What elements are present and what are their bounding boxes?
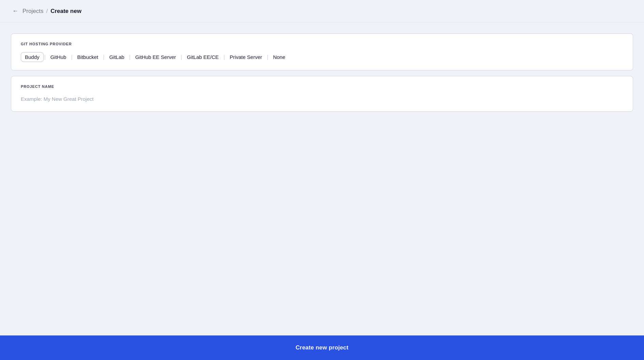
provider-item: GitHub EE Server| xyxy=(131,52,183,62)
provider-separator: | xyxy=(181,54,182,60)
provider-item: GitLab EE/CE| xyxy=(183,52,226,62)
provider-list: Buddy|GitHub|Bitbucket|GitLab|GitHub EE … xyxy=(21,52,623,62)
provider-item: GitLab| xyxy=(105,52,131,62)
provider-item: Bitbucket| xyxy=(73,52,105,62)
page-header: ← Projects / Create new xyxy=(0,0,644,22)
breadcrumb-current: Create new xyxy=(50,8,81,15)
provider-btn-none[interactable]: None xyxy=(269,52,289,62)
provider-separator: | xyxy=(267,54,268,60)
page-footer: Create new project xyxy=(0,335,644,360)
create-project-button[interactable]: Create new project xyxy=(0,335,644,360)
project-name-input[interactable] xyxy=(21,95,623,103)
provider-btn-gitlab-ee[interactable]: GitLab EE/CE xyxy=(183,52,223,62)
main-content: GIT HOSTING PROVIDER Buddy|GitHub|Bitbuc… xyxy=(0,22,644,335)
git-hosting-label: GIT HOSTING PROVIDER xyxy=(21,42,623,46)
provider-item: GitHub| xyxy=(46,52,73,62)
provider-separator: | xyxy=(71,54,72,60)
project-name-card: PROJECT NAME xyxy=(11,76,633,112)
provider-btn-private-server[interactable]: Private Server xyxy=(226,52,266,62)
provider-separator: | xyxy=(129,54,131,60)
breadcrumb: Projects / Create new xyxy=(23,8,81,15)
provider-btn-github-ee[interactable]: GitHub EE Server xyxy=(131,52,180,62)
provider-item: Private Server| xyxy=(226,52,269,62)
git-hosting-card: GIT HOSTING PROVIDER Buddy|GitHub|Bitbuc… xyxy=(11,33,633,71)
provider-separator: | xyxy=(44,54,46,60)
breadcrumb-parent[interactable]: Projects xyxy=(23,8,43,15)
provider-item: Buddy| xyxy=(21,52,46,62)
provider-btn-bitbucket[interactable]: Bitbucket xyxy=(73,52,103,62)
provider-item: None xyxy=(269,52,289,62)
provider-btn-gitlab[interactable]: GitLab xyxy=(105,52,128,62)
back-button[interactable]: ← xyxy=(11,6,20,16)
provider-btn-github[interactable]: GitHub xyxy=(46,52,71,62)
provider-separator: | xyxy=(224,54,225,60)
provider-btn-buddy[interactable]: Buddy xyxy=(21,52,44,62)
project-name-label: PROJECT NAME xyxy=(21,84,623,89)
provider-separator: | xyxy=(103,54,104,60)
breadcrumb-separator: / xyxy=(46,8,48,15)
